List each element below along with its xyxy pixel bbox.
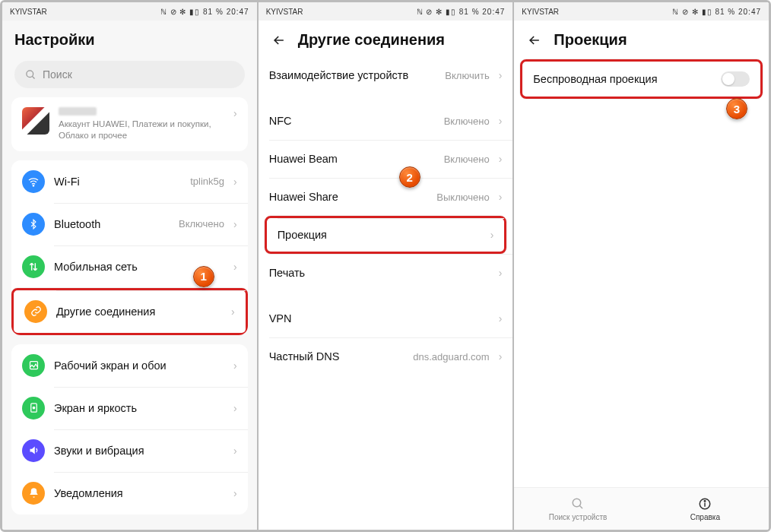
row-huawei-beam[interactable]: Huawei Beam Включено ›	[259, 140, 513, 178]
row-notifications[interactable]: Уведомления ›	[11, 472, 248, 515]
back-button[interactable]	[271, 32, 287, 49]
search-icon	[570, 496, 585, 511]
chevron-right-icon: ›	[233, 402, 237, 414]
connections-list: Взаимодействие устройств Включить › NFC …	[259, 56, 513, 530]
row-other-connections[interactable]: Другие соединения ›	[11, 288, 248, 335]
chevron-right-icon: ›	[490, 229, 494, 241]
chevron-right-icon: ›	[233, 359, 237, 372]
page-title: Проекция	[554, 31, 627, 49]
row-private-dns[interactable]: Частный DNS dns.adguard.com ›	[259, 337, 513, 375]
chevron-right-icon: ›	[499, 191, 503, 203]
projection-list: Беспроводная проекция 3	[514, 56, 769, 487]
info-icon	[697, 496, 712, 511]
projection-header: Проекция	[514, 21, 769, 56]
search-placeholder: Поиск	[43, 68, 72, 81]
row-wifi[interactable]: Wi-Fi tplink5g ›	[11, 160, 248, 203]
callout-badge-2: 2	[399, 166, 420, 188]
chevron-right-icon: ›	[499, 153, 503, 165]
chevron-right-icon: ›	[233, 487, 237, 499]
status-icons: ℕ ⊘ ✻ ▮▯ 81 % 20:47	[160, 8, 249, 16]
row-wireless-projection[interactable]: Беспроводная проекция	[520, 59, 763, 99]
row-device-interaction[interactable]: Взаимодействие устройств Включить ›	[259, 56, 513, 94]
chevron-right-icon: ›	[499, 312, 503, 325]
status-bar: KYIVSTAR ℕ ⊘ ✻ ▮▯ 81 % 20:47	[2, 2, 257, 21]
settings-list: Аккаунт HUAWEI, Платежи и покупки, Облак…	[2, 97, 257, 530]
svg-point-0	[27, 70, 33, 77]
back-button[interactable]	[526, 32, 543, 49]
chevron-right-icon: ›	[233, 107, 237, 119]
settings-panel: KYIVSTAR ℕ ⊘ ✻ ▮▯ 81 % 20:47 Настройки П…	[2, 2, 257, 530]
row-bluetooth[interactable]: Bluetooth Включено ›	[11, 203, 248, 245]
callout-badge-3: 3	[726, 98, 747, 119]
chevron-right-icon: ›	[231, 306, 235, 318]
svg-point-10	[705, 501, 706, 502]
other-connections-panel: KYIVSTAR ℕ ⊘ ✻ ▮▯ 81 % 20:47 Другие соед…	[257, 2, 513, 530]
page-title: Настройки	[14, 31, 95, 49]
settings-header: Настройки	[2, 21, 257, 56]
row-display[interactable]: Экран и яркость ›	[11, 387, 248, 429]
status-icons: ℕ ⊘ ✻ ▮▯ 81 % 20:47	[417, 8, 506, 16]
row-sound[interactable]: Звуки и вибрация ›	[11, 429, 248, 472]
bluetooth-icon	[22, 213, 45, 236]
row-vpn[interactable]: VPN ›	[259, 299, 513, 337]
account-sub: Аккаунт HUAWEI, Платежи и покупки, Облак…	[59, 119, 224, 141]
row-home-screen[interactable]: Рабочий экран и обои ›	[11, 344, 248, 387]
account-row[interactable]: Аккаунт HUAWEI, Платежи и покупки, Облак…	[11, 97, 248, 151]
avatar	[22, 107, 49, 135]
svg-line-1	[32, 76, 34, 78]
wireless-projection-toggle[interactable]	[721, 71, 750, 87]
sound-icon	[22, 439, 45, 462]
brightness-icon	[22, 397, 45, 420]
svg-point-6	[573, 499, 581, 507]
status-icons: ℕ ⊘ ✻ ▮▯ 81 % 20:47	[672, 8, 761, 16]
chevron-right-icon: ›	[233, 445, 237, 457]
carrier-label: KYIVSTAR	[10, 8, 47, 16]
nav-search-devices[interactable]: Поиск устройств	[514, 488, 641, 530]
nav-help[interactable]: Справка	[642, 488, 769, 530]
page-title: Другие соединения	[298, 31, 445, 49]
row-projection[interactable]: Проекция ›	[265, 216, 507, 254]
svg-line-7	[579, 505, 582, 508]
chevron-right-icon: ›	[499, 350, 503, 363]
svg-point-5	[33, 407, 35, 410]
chevron-right-icon: ›	[233, 261, 237, 273]
carrier-label: KYIVSTAR	[266, 8, 303, 16]
bottom-nav: Поиск устройств Справка	[514, 487, 769, 530]
svg-point-2	[33, 185, 33, 186]
row-print[interactable]: Печать ›	[259, 254, 513, 292]
mobile-data-icon	[22, 255, 45, 278]
chevron-right-icon: ›	[233, 218, 237, 230]
wifi-icon	[22, 170, 45, 193]
row-huawei-share[interactable]: Huawei Share Выключено ›	[259, 178, 513, 216]
nav-label: Справка	[690, 513, 720, 521]
bell-icon	[22, 482, 45, 505]
nav-label: Поиск устройств	[549, 513, 608, 521]
wallpaper-icon	[22, 354, 45, 377]
callout-badge-1: 1	[193, 266, 214, 287]
chevron-right-icon: ›	[233, 176, 237, 188]
chevron-right-icon: ›	[499, 69, 503, 81]
search-input[interactable]: Поиск	[14, 61, 245, 88]
account-name-blur	[59, 107, 97, 116]
row-nfc[interactable]: NFC Включено ›	[259, 102, 513, 140]
other-connections-header: Другие соединения	[259, 21, 513, 56]
carrier-label: KYIVSTAR	[522, 8, 559, 16]
projection-panel: KYIVSTAR ℕ ⊘ ✻ ▮▯ 81 % 20:47 Проекция Бе…	[512, 2, 769, 530]
chevron-right-icon: ›	[499, 115, 503, 127]
status-bar: KYIVSTAR ℕ ⊘ ✻ ▮▯ 81 % 20:47	[514, 2, 769, 21]
chevron-right-icon: ›	[499, 267, 503, 279]
search-icon	[25, 69, 36, 81]
status-bar: KYIVSTAR ℕ ⊘ ✻ ▮▯ 81 % 20:47	[259, 2, 513, 21]
link-icon	[24, 300, 47, 323]
